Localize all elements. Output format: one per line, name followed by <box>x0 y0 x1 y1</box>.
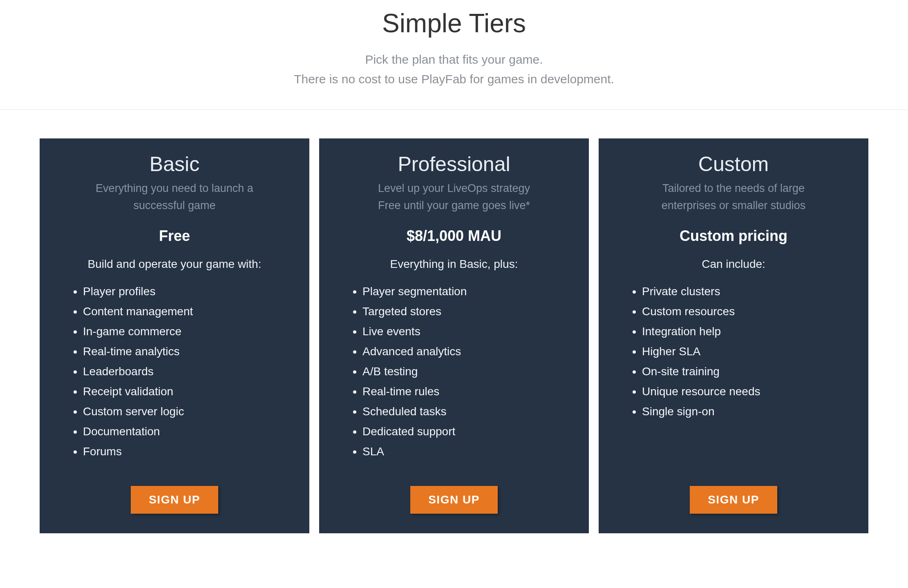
plan-feature: Dedicated support <box>362 421 568 441</box>
plan-feature-list: Private clusters Custom resources Integr… <box>619 281 848 461</box>
plan-feature: Receipt validation <box>83 381 289 401</box>
subtitle-line-2: There is no cost to use PlayFab for game… <box>294 72 614 86</box>
plan-feature: Advanced analytics <box>362 341 568 361</box>
plan-tagline-line-1: Level up your LiveOps strategy <box>378 182 530 194</box>
plan-tagline: Tailored to the needs of large enterpris… <box>619 180 848 214</box>
plan-includes-heading: Everything in Basic, plus: <box>340 258 568 271</box>
plan-feature: On-site training <box>642 361 848 381</box>
plan-feature: Player segmentation <box>362 281 568 301</box>
plan-feature: Custom resources <box>642 301 848 321</box>
signup-button-professional[interactable]: SIGN UP <box>410 486 498 514</box>
plan-price: Free <box>60 227 289 245</box>
plan-feature: Real-time analytics <box>83 341 289 361</box>
plan-feature: Integration help <box>642 321 848 341</box>
signup-button-basic[interactable]: SIGN UP <box>131 486 218 514</box>
plan-feature: Real-time rules <box>362 381 568 401</box>
plan-tagline-line-2: enterprises or smaller studios <box>662 199 806 212</box>
plan-feature: Content management <box>83 301 289 321</box>
plan-name: Professional <box>340 152 568 176</box>
plan-feature: Single sign-on <box>642 401 848 421</box>
plans-row: Basic Everything you need to launch a su… <box>0 110 908 533</box>
plan-feature: Scheduled tasks <box>362 401 568 421</box>
signup-button-custom[interactable]: SIGN UP <box>690 486 777 514</box>
plan-name: Basic <box>60 152 289 176</box>
plan-tagline: Everything you need to launch a successf… <box>60 180 289 214</box>
plan-feature: Private clusters <box>642 281 848 301</box>
plan-feature: Leaderboards <box>83 361 289 381</box>
plan-tagline-line-2: successful game <box>133 199 215 212</box>
page-header: Simple Tiers Pick the plan that fits you… <box>0 0 908 109</box>
plan-feature: Documentation <box>83 421 289 441</box>
plan-feature: A/B testing <box>362 361 568 381</box>
plan-feature: SLA <box>362 441 568 461</box>
plan-card-custom: Custom Tailored to the needs of large en… <box>599 138 868 533</box>
plan-price: Custom pricing <box>619 227 848 245</box>
plan-card-professional: Professional Level up your LiveOps strat… <box>319 138 589 533</box>
plan-feature: Targeted stores <box>362 301 568 321</box>
plan-feature: Live events <box>362 321 568 341</box>
plan-includes-heading: Build and operate your game with: <box>60 258 289 271</box>
plan-price: $8/1,000 MAU <box>340 227 568 245</box>
plan-tagline-line-1: Everything you need to launch a <box>96 182 253 194</box>
plan-feature: Unique resource needs <box>642 381 848 401</box>
subtitle-line-1: Pick the plan that fits your game. <box>365 53 543 66</box>
plan-name: Custom <box>619 152 848 176</box>
plan-feature: Forums <box>83 441 289 461</box>
plan-includes-heading: Can include: <box>619 258 848 271</box>
plan-cta-wrap: SIGN UP <box>60 486 289 514</box>
plan-feature: Player profiles <box>83 281 289 301</box>
plan-feature: In-game commerce <box>83 321 289 341</box>
plan-tagline-line-1: Tailored to the needs of large <box>662 182 805 194</box>
page-subtitle: Pick the plan that fits your game. There… <box>0 50 908 89</box>
plan-feature-list: Player profiles Content management In-ga… <box>60 281 289 461</box>
plan-feature: Higher SLA <box>642 341 848 361</box>
plan-tagline-line-2: Free until your game goes live* <box>378 199 530 212</box>
plan-cta-wrap: SIGN UP <box>619 486 848 514</box>
plan-tagline: Level up your LiveOps strategy Free unti… <box>340 180 568 214</box>
page-title: Simple Tiers <box>0 8 908 38</box>
plan-feature: Custom server logic <box>83 401 289 421</box>
plan-card-basic: Basic Everything you need to launch a su… <box>40 138 309 533</box>
plan-cta-wrap: SIGN UP <box>340 486 568 514</box>
plan-feature-list: Player segmentation Targeted stores Live… <box>340 281 568 461</box>
